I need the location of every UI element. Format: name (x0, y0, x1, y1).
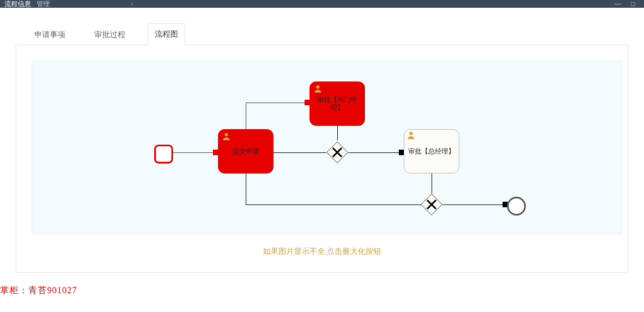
user-task-dept-manager[interactable]: 审批【部门经理】 (310, 81, 365, 126)
edge-gw2-end (443, 204, 505, 205)
watermark-text: 掌柜：青苔901027 (0, 285, 77, 296)
arrow-icon (305, 100, 310, 105)
arrow-icon (213, 150, 218, 155)
end-event-node[interactable] (507, 197, 526, 216)
window-minimize-icon[interactable]: — (615, 0, 621, 8)
start-event-node[interactable] (154, 145, 173, 163)
flowchart-canvas[interactable]: 提交申请 审批【部门经理】 (32, 61, 622, 234)
task-label: 提交申请 (220, 147, 272, 155)
edge-task1-gw2-h (246, 204, 421, 205)
edge-gw1-task1 (273, 152, 326, 153)
edge-task2-gw1 (337, 126, 338, 140)
title-bar: 流程信息 管理 › — □ (0, 0, 644, 8)
edge-task1-task2-v (246, 103, 246, 129)
user-icon (222, 132, 231, 141)
chevron-right-icon[interactable]: › (131, 0, 133, 8)
arrow-icon (399, 150, 404, 155)
hint-row: 如果图片显示不全,点击最大化按钮 (32, 234, 612, 257)
tab-application[interactable]: 申请事项 (28, 24, 72, 45)
edge-gw1-task3 (348, 152, 401, 153)
edge-start-task1 (171, 152, 216, 153)
edge-task1-gw2-v (246, 173, 246, 204)
task-label: 审批【部门经理】 (311, 96, 363, 111)
tab-approval-process[interactable]: 审批过程 (88, 24, 132, 45)
task-label: 审批【总经理】 (404, 147, 459, 155)
exclusive-gateway-2[interactable] (420, 193, 443, 216)
user-task-submit[interactable]: 提交申请 (218, 129, 273, 173)
user-icon (313, 84, 322, 93)
hint-text: 如果图片显示不全,点击最大化按钮 (263, 247, 382, 255)
tab-flowchart[interactable]: 流程图 (148, 23, 185, 45)
edge-task1-task2-h (246, 103, 307, 103)
exclusive-gateway-1[interactable] (326, 141, 348, 163)
tab-panel: 提交申请 审批【部门经理】 (16, 45, 628, 273)
tab-bar: 申请事项 审批过程 流程图 (16, 23, 628, 45)
user-icon (407, 131, 415, 140)
window-title: 流程信息 (4, 0, 31, 9)
window-maximize-icon[interactable]: □ (631, 0, 635, 8)
breadcrumb: 管理 (37, 0, 50, 9)
user-task-general-manager[interactable]: 审批【总经理】 (404, 129, 459, 173)
edge-task3-gw2 (432, 173, 432, 193)
